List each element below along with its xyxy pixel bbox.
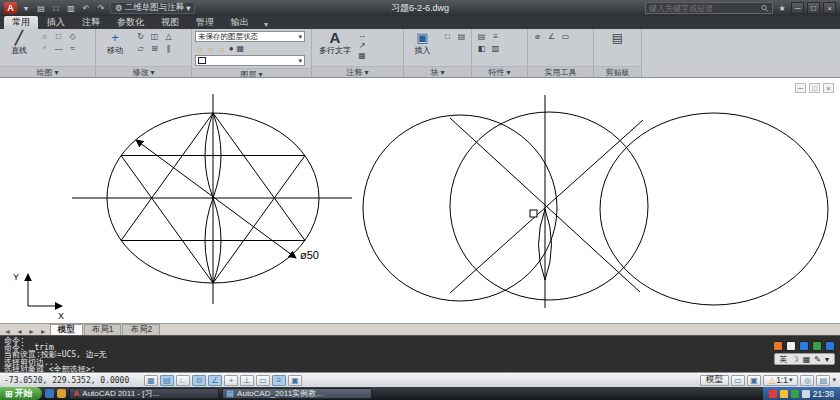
tray-icon[interactable] [780,390,788,398]
tab-home[interactable]: 常用 [4,16,38,29]
bylayer-icon[interactable]: ◧ [475,43,488,54]
tab-output[interactable]: 输出 [223,16,257,29]
layout-quickview-icon[interactable]: ▭ [731,375,745,386]
measure-tool-icon[interactable]: ⌀ [531,31,544,42]
tab-insert[interactable]: 插入 [39,16,73,29]
layer-state-dropdown[interactable]: 未保存的图层状态 ▾ [195,31,305,42]
insert-block-button[interactable]: ▣ 插入 [407,31,438,56]
task-button-autocad[interactable]: A AutoCAD 2011 - [习... [69,388,219,399]
layer-lock-icon[interactable]: ☼ [218,44,226,54]
toggle-grid[interactable]: ∟ [176,375,190,386]
toggle-snap[interactable]: ▤ [160,375,174,386]
annotation-visibility-icon[interactable]: ◎ [800,375,814,386]
restore-button[interactable]: □ [807,2,820,14]
ime-app-icon[interactable] [786,341,796,351]
offset-tool-icon[interactable]: ▱ [134,43,147,54]
tab-manage[interactable]: 管理 [188,16,222,29]
tab-view[interactable]: 视图 [153,16,187,29]
new-file-icon[interactable]: ▤ [35,2,47,14]
arc-tool-icon[interactable]: ◜ [38,43,51,54]
hatch-tool-icon[interactable]: ≈ [66,43,79,54]
scale-tool-icon[interactable]: △ [162,31,175,42]
properties-list-icon[interactable]: ≡ [489,31,502,42]
tab-layout1[interactable]: 布局1 [84,324,122,335]
workspace-switch-icon[interactable]: ▤ [816,375,830,386]
rotate-tool-icon[interactable]: ↻ [134,31,147,42]
toggle-polar[interactable]: ∠ [208,375,222,386]
move-button[interactable]: + 移动 [99,31,131,56]
status-menu-arrow-icon[interactable]: ▾ [832,376,836,384]
layer-properties-icon[interactable]: ▦ [237,44,245,53]
mirror-tool-icon[interactable]: ◫ [148,31,161,42]
help-search-box[interactable] [645,2,773,14]
panel-label-modify[interactable]: 修改 ▾ [96,66,191,77]
task-button-tutorial[interactable]: ▤ AutoCAD_2011实例教... [222,388,372,399]
angle-tool-icon[interactable]: ∠ [545,31,558,42]
panel-label-block[interactable]: 块 ▾ [404,66,471,77]
panel-label-clipboard[interactable]: 剪贴板 [594,66,641,77]
toggle-ducs[interactable]: ▭ [256,375,270,386]
tray-icon[interactable] [802,390,810,398]
ime-keyboard-icon[interactable]: ▦ [803,355,811,364]
tab-model[interactable]: 模型 [50,324,83,335]
ime-language-toggle[interactable]: 英 [780,354,788,365]
save-file-icon[interactable]: ▥ [65,2,77,14]
model-space-button[interactable]: 模型 [700,375,729,386]
undo-icon[interactable]: ↶ [80,2,92,14]
ime-menu-icon[interactable]: ▾ [825,355,829,364]
quicklaunch-icon[interactable] [45,389,54,398]
redo-icon[interactable]: ↷ [95,2,107,14]
minimize-button[interactable]: ─ [791,2,804,14]
circle-right[interactable] [600,113,828,305]
favorites-icon[interactable]: ★ [776,2,788,14]
panel-label-draw[interactable]: 绘图 ▾ [0,66,95,77]
edit-block-icon[interactable]: ▤ [455,31,468,42]
drawing-canvas[interactable]: ø50 Y X [0,78,840,324]
diagonal-line-2[interactable] [450,120,643,293]
layer-color-icon[interactable]: ● [229,44,234,53]
toggle-ortho[interactable]: ⊙ [192,375,206,386]
annotation-scale-control[interactable]: △ 1:1 ▾ [763,375,799,386]
tray-icon[interactable] [791,390,799,398]
ribbon-minimize-icon[interactable]: ▾ [264,20,268,29]
close-button[interactable]: × [823,2,836,14]
panel-label-utilities[interactable]: 实用工具 [528,66,593,77]
doc-close-button[interactable]: × [823,83,834,93]
create-block-icon[interactable]: □ [441,31,454,42]
command-window[interactable]: 命令: 命令: _trim 当前设置:投影=UCS, 边=无 选择剪切边... … [0,335,840,372]
line-button[interactable]: ╱ 直线 [3,31,35,56]
rectangle-tool-icon[interactable]: □ [52,31,65,42]
mtext-button[interactable]: A 多行文字 [315,31,355,56]
toggle-infer[interactable]: ▦ [144,375,158,386]
dimension-tool-icon[interactable]: ↔ [358,31,366,40]
panel-label-properties[interactable]: 特性 ▾ [472,66,527,77]
tab-annotate[interactable]: 注释 [74,16,108,29]
tab-nav-prev-icon[interactable]: ◄ [14,328,25,335]
search-input[interactable] [649,4,759,13]
layer-color-dropdown[interactable]: ▾ [195,55,305,66]
menu-browser-arrow-icon[interactable]: ▾ [20,2,32,14]
leader-tool-icon[interactable]: ↗ [358,41,366,50]
doc-minimize-button[interactable]: ─ [795,83,806,93]
ime-tools-icon[interactable]: ✎ [814,355,821,364]
drawing-area[interactable]: ø50 Y X ─ □ × [0,77,840,323]
ime-app-icon[interactable] [825,341,835,351]
circle-left[interactable] [363,115,557,301]
linetype-icon[interactable]: ▨ [489,43,502,54]
open-file-icon[interactable]: □ [50,2,62,14]
app-logo-icon[interactable]: A [4,2,17,14]
toggle-lwt[interactable]: ▣ [288,375,302,386]
ime-app-icon[interactable] [812,341,822,351]
drawing-quickview-icon[interactable]: ▣ [747,375,761,386]
panel-label-annotation[interactable]: 注释 ▾ [312,66,403,77]
tab-layout2[interactable]: 布局2 [122,324,160,335]
toggle-osnap[interactable]: + [224,375,238,386]
tab-nav-next-icon[interactable]: ► [26,328,37,335]
tab-parametric[interactable]: 参数化 [109,16,152,29]
match-properties-icon[interactable]: ▤ [475,31,488,42]
ime-app-icon[interactable] [799,341,809,351]
polyline-tool-icon[interactable]: — [52,43,65,54]
tray-icon[interactable] [769,390,777,398]
table-tool-icon[interactable]: ▦ [358,51,366,60]
trim-tool-icon[interactable]: ∥ [162,43,175,54]
